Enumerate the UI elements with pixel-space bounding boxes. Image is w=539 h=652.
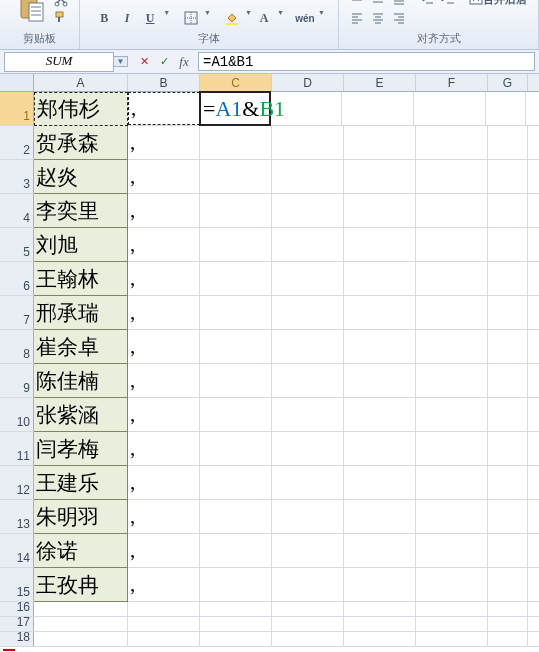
cell[interactable] (416, 398, 488, 431)
underline-button[interactable]: U (139, 9, 161, 27)
cell[interactable] (414, 92, 486, 125)
row-header[interactable]: 14 (0, 534, 34, 567)
cell[interactable] (200, 602, 272, 616)
row-header[interactable]: 17 (0, 617, 34, 631)
cell[interactable] (416, 160, 488, 193)
increase-indent-button[interactable] (438, 0, 458, 8)
cell[interactable]: , (128, 262, 200, 295)
cell[interactable] (128, 632, 200, 646)
cell[interactable] (200, 228, 272, 261)
cell[interactable] (416, 194, 488, 227)
cell[interactable] (272, 632, 344, 646)
cell[interactable]: 陈佳楠 (34, 364, 128, 398)
cell[interactable] (128, 617, 200, 631)
cell[interactable]: , (128, 92, 200, 125)
cell[interactable] (416, 330, 488, 363)
column-header-e[interactable]: E (344, 74, 416, 91)
align-middle-button[interactable] (368, 0, 388, 8)
cell[interactable] (272, 126, 344, 159)
cell[interactable] (488, 228, 528, 261)
chevron-down-icon[interactable]: ▼ (318, 9, 325, 27)
column-header-f[interactable]: F (416, 74, 488, 91)
name-box-dropdown[interactable]: ▼ (114, 56, 128, 67)
bold-button[interactable]: B (93, 9, 115, 27)
cell[interactable] (416, 568, 488, 601)
cell[interactable] (488, 466, 528, 499)
cell[interactable] (272, 228, 344, 261)
insert-function-button[interactable]: fx (176, 54, 192, 70)
decrease-indent-button[interactable] (417, 0, 437, 8)
cell[interactable] (416, 617, 488, 631)
cell[interactable]: 徐诺 (34, 534, 128, 568)
cell[interactable] (200, 617, 272, 631)
align-left-button[interactable] (347, 9, 367, 27)
font-color-button[interactable]: A (253, 9, 275, 27)
chevron-down-icon[interactable]: ▼ (163, 9, 170, 27)
row-header[interactable]: 12 (0, 466, 34, 499)
row-header[interactable]: 16 (0, 602, 34, 616)
cell[interactable]: , (128, 466, 200, 499)
cell[interactable] (488, 568, 528, 601)
cell[interactable] (34, 602, 128, 616)
column-header-g[interactable]: G (488, 74, 528, 91)
cell[interactable]: , (128, 500, 200, 533)
cell[interactable]: 赵炎 (34, 160, 128, 194)
row-header[interactable]: 15 (0, 568, 34, 601)
cell[interactable] (488, 296, 528, 329)
cell[interactable] (200, 632, 272, 646)
merge-cells-button[interactable]: 合并后居 (466, 0, 530, 8)
column-header-b[interactable]: B (128, 74, 200, 91)
cell[interactable]: , (128, 330, 200, 363)
align-top-button[interactable] (347, 0, 367, 8)
cell-editing[interactable]: =A1&B1 (199, 91, 271, 126)
cell[interactable] (488, 126, 528, 159)
cell[interactable] (488, 617, 528, 631)
row-header[interactable]: 5 (0, 228, 34, 261)
cell[interactable] (344, 466, 416, 499)
cell[interactable]: , (128, 296, 200, 329)
cell[interactable] (200, 364, 272, 397)
cell[interactable] (344, 617, 416, 631)
cell[interactable]: , (128, 398, 200, 431)
enter-button[interactable]: ✓ (156, 54, 172, 70)
chevron-down-icon[interactable]: ▼ (204, 9, 211, 27)
chevron-down-icon[interactable]: ▼ (245, 9, 252, 27)
cell[interactable] (200, 262, 272, 295)
row-header[interactable]: 4 (0, 194, 34, 227)
cell[interactable]: 王建乐 (34, 466, 128, 500)
row-header[interactable]: 18 (0, 632, 34, 646)
cell[interactable] (416, 602, 488, 616)
cell[interactable] (344, 330, 416, 363)
row-header[interactable]: 7 (0, 296, 34, 329)
cell[interactable]: , (128, 534, 200, 567)
cell[interactable] (344, 228, 416, 261)
cell[interactable]: , (128, 568, 200, 601)
column-header-a[interactable]: A (34, 74, 128, 91)
cell[interactable] (272, 534, 344, 567)
cell[interactable] (488, 330, 528, 363)
cell[interactable] (344, 194, 416, 227)
cell[interactable] (488, 160, 528, 193)
cell[interactable] (272, 194, 344, 227)
chevron-down-icon[interactable]: ▼ (277, 9, 284, 27)
cell[interactable] (344, 602, 416, 616)
cell[interactable] (488, 632, 528, 646)
row-header[interactable]: 6 (0, 262, 34, 295)
cell[interactable] (200, 330, 272, 363)
cell[interactable]: 张紫涵 (34, 398, 128, 432)
cell[interactable]: , (128, 432, 200, 465)
cell[interactable] (272, 296, 344, 329)
cell[interactable]: 朱明羽 (34, 500, 128, 534)
border-button[interactable] (180, 9, 202, 27)
cell[interactable] (272, 602, 344, 616)
align-center-button[interactable] (368, 9, 388, 27)
cell[interactable]: , (128, 160, 200, 193)
cell[interactable] (272, 398, 344, 431)
cell[interactable] (488, 534, 528, 567)
row-header[interactable]: 3 (0, 160, 34, 193)
cell[interactable] (342, 92, 414, 125)
cell[interactable] (488, 500, 528, 533)
cell[interactable]: , (128, 194, 200, 227)
column-header-d[interactable]: D (272, 74, 344, 91)
cell[interactable] (344, 296, 416, 329)
